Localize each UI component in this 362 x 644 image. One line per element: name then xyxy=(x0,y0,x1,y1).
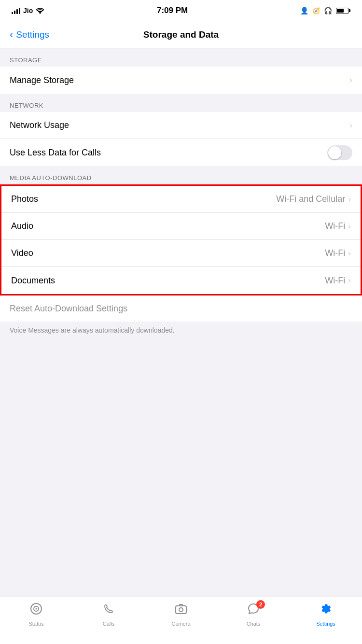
svg-point-5 xyxy=(179,608,183,612)
note-text: Voice Messages are always automatically … xyxy=(10,326,175,334)
page-title: Storage and Data xyxy=(143,29,219,40)
storage-section-header: STORAGE xyxy=(0,48,362,67)
signal-bars-icon xyxy=(12,7,20,14)
network-usage-right: › xyxy=(349,121,352,130)
network-section-header: NETWORK xyxy=(0,94,362,112)
camera-icon xyxy=(174,602,188,619)
svg-rect-4 xyxy=(176,606,186,614)
chevron-right-icon: › xyxy=(348,249,351,258)
tab-settings-label: Settings xyxy=(316,621,335,627)
settings-icon xyxy=(319,602,333,619)
chats-icon: 2 xyxy=(247,602,260,619)
tab-calls[interactable]: Calls xyxy=(72,602,145,627)
battery-icon xyxy=(336,8,350,14)
documents-value: Wi-Fi xyxy=(325,276,345,286)
status-time: 7:09 PM xyxy=(157,6,188,15)
note-row: Voice Messages are always automatically … xyxy=(0,322,362,339)
media-section-header: MEDIA AUTO-DOWNLOAD xyxy=(0,166,362,184)
tab-camera-label: Camera xyxy=(171,621,190,627)
audio-right: Wi-Fi › xyxy=(325,221,351,231)
photos-value: Wi-Fi and Cellular xyxy=(276,194,345,204)
toggle-knob xyxy=(328,146,341,159)
compass-icon: 🧭 xyxy=(312,7,320,14)
wifi-icon xyxy=(36,7,44,14)
status-left: Jio xyxy=(12,7,44,14)
chevron-right-icon: › xyxy=(348,222,351,231)
use-less-data-toggle[interactable] xyxy=(327,145,352,160)
calls-icon xyxy=(102,602,115,619)
documents-label: Documents xyxy=(11,276,55,286)
reset-row[interactable]: Reset Auto-Download Settings xyxy=(0,295,362,322)
audio-value: Wi-Fi xyxy=(325,221,345,231)
headphones-icon: 🎧 xyxy=(324,7,332,14)
media-download-highlight: Photos Wi-Fi and Cellular › Audio Wi-Fi … xyxy=(0,184,362,295)
audio-label: Audio xyxy=(11,221,33,231)
nav-header: ‹ Settings Storage and Data xyxy=(0,21,362,48)
tab-status-label: Status xyxy=(28,621,43,627)
status-right: 👤 🧭 🎧 xyxy=(300,7,350,14)
person-icon: 👤 xyxy=(300,7,308,14)
photos-row[interactable]: Photos Wi-Fi and Cellular › xyxy=(1,186,361,213)
svg-point-3 xyxy=(36,608,37,610)
documents-right: Wi-Fi › xyxy=(325,276,351,286)
documents-row[interactable]: Documents Wi-Fi › xyxy=(1,267,361,294)
video-value: Wi-Fi xyxy=(325,248,345,258)
manage-storage-right: › xyxy=(349,75,352,85)
use-less-data-row: Use Less Data for Calls xyxy=(0,139,362,166)
use-less-data-label: Use Less Data for Calls xyxy=(10,148,101,158)
photos-label: Photos xyxy=(11,194,38,204)
chevron-right-icon: › xyxy=(348,276,351,285)
video-right: Wi-Fi › xyxy=(325,248,351,258)
storage-label: STORAGE xyxy=(10,56,42,64)
carrier-label: Jio xyxy=(23,7,33,14)
status-icon xyxy=(29,602,43,619)
tab-status[interactable]: Status xyxy=(0,602,72,627)
status-bar: Jio 7:09 PM 👤 🧭 🎧 xyxy=(0,0,362,21)
network-usage-row[interactable]: Network Usage › xyxy=(0,112,362,139)
photos-right: Wi-Fi and Cellular › xyxy=(276,194,351,204)
chevron-left-icon: ‹ xyxy=(10,29,13,40)
tab-bar: Status Calls Camera 2 Chats xyxy=(0,597,362,644)
back-label: Settings xyxy=(16,29,49,40)
video-row[interactable]: Video Wi-Fi › xyxy=(1,240,361,267)
network-label: NETWORK xyxy=(10,102,43,109)
media-download-card: Photos Wi-Fi and Cellular › Audio Wi-Fi … xyxy=(1,186,361,294)
tab-camera[interactable]: Camera xyxy=(145,602,217,627)
chats-badge: 2 xyxy=(256,600,265,609)
network-card: Network Usage › Use Less Data for Calls xyxy=(0,112,362,166)
chevron-right-icon: › xyxy=(349,121,352,130)
svg-point-0 xyxy=(40,13,41,14)
network-usage-label: Network Usage xyxy=(10,120,69,130)
tab-chats-label: Chats xyxy=(247,621,261,627)
tab-settings[interactable]: Settings xyxy=(290,602,362,627)
tab-chats[interactable]: 2 Chats xyxy=(217,602,290,627)
reset-link[interactable]: Reset Auto-Download Settings xyxy=(10,304,127,313)
video-label: Video xyxy=(11,248,33,258)
main-content: STORAGE Manage Storage › NETWORK Network… xyxy=(0,48,362,386)
audio-row[interactable]: Audio Wi-Fi › xyxy=(1,213,361,240)
tab-calls-label: Calls xyxy=(103,621,114,627)
chevron-right-icon: › xyxy=(349,75,352,85)
manage-storage-row[interactable]: Manage Storage › xyxy=(0,67,362,94)
chevron-right-icon: › xyxy=(348,195,351,204)
storage-card: Manage Storage › xyxy=(0,67,362,94)
media-label: MEDIA AUTO-DOWNLOAD xyxy=(10,174,92,182)
back-button[interactable]: ‹ Settings xyxy=(10,29,49,40)
manage-storage-label: Manage Storage xyxy=(10,75,74,85)
